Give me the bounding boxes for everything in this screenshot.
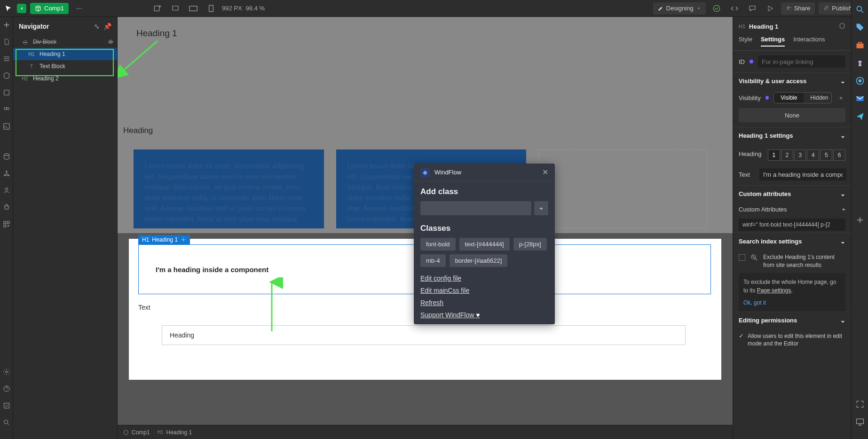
add-condition-button[interactable]: +	[836, 94, 845, 102]
nav-item-heading-1[interactable]: H1 Heading 1	[13, 48, 117, 60]
selection-badge[interactable]: H1 Heading 1	[138, 235, 190, 244]
mode-dropdown[interactable]: Designing	[653, 2, 706, 15]
play-icon[interactable]	[763, 1, 777, 16]
gear-icon[interactable]: ⚙	[108, 39, 113, 45]
heading-level-3[interactable]: 3	[794, 149, 806, 161]
custom-attributes-header[interactable]: Custom attributes ⌄	[733, 185, 851, 202]
class-chip[interactable]: mb-4	[420, 254, 446, 267]
search-icon[interactable]	[2, 418, 11, 427]
heading-level-2[interactable]: 2	[781, 149, 793, 161]
tab-interactions[interactable]: Interactions	[793, 36, 825, 47]
refresh-link[interactable]: Refresh	[420, 299, 548, 306]
send-icon[interactable]	[854, 111, 866, 122]
tag-icon[interactable]	[854, 22, 866, 33]
check-circle-icon[interactable]	[710, 1, 724, 16]
desktop-icon[interactable]	[168, 1, 182, 16]
scan-icon[interactable]	[854, 399, 866, 410]
crumb-heading[interactable]: H1 Heading 1	[158, 429, 192, 436]
magnifier-icon[interactable]	[854, 4, 866, 15]
add-attribute-button[interactable]: +	[842, 206, 845, 213]
add-class-input[interactable]	[420, 201, 531, 215]
apps-icon[interactable]	[2, 220, 11, 228]
none-button[interactable]: None	[739, 108, 845, 122]
tab-settings[interactable]: Settings	[761, 36, 785, 47]
share-button[interactable]: Share	[781, 2, 815, 15]
tablet-landscape-icon[interactable]	[186, 1, 200, 16]
navigator-icon[interactable]	[2, 55, 11, 63]
permission-checkmark-icon[interactable]: ✓	[739, 332, 744, 339]
collapse-icon[interactable]: ⤡	[94, 23, 100, 30]
support-link[interactable]: Support WindFlow ♥	[420, 311, 548, 319]
component-chip[interactable]: Comp1	[30, 3, 69, 14]
mail-icon[interactable]	[854, 93, 866, 104]
add-class-button[interactable]: +	[534, 201, 548, 215]
permission-text: Allow users to edit this element in edit…	[748, 332, 845, 348]
heading-level-4[interactable]: 4	[807, 149, 819, 161]
nav-item-heading-2[interactable]: H2 Heading 2	[13, 72, 117, 85]
mobile-icon[interactable]	[204, 1, 218, 16]
users-icon[interactable]	[2, 186, 11, 195]
page-settings-link[interactable]: Page settings	[757, 287, 791, 294]
inner-heading-box: Heading	[162, 325, 686, 345]
variables-icon[interactable]	[2, 88, 11, 97]
visibility-section-header[interactable]: Visibility & user access ⌄	[733, 72, 851, 89]
selected-element-header: H1 Heading 1	[733, 17, 851, 36]
components-icon[interactable]	[2, 71, 11, 80]
cms-icon[interactable]	[2, 152, 11, 161]
svg-rect-2	[189, 6, 197, 11]
class-chip[interactable]: font-bold	[420, 238, 456, 251]
svg-point-8	[7, 107, 9, 110]
heading-level-5[interactable]: 5	[820, 149, 832, 161]
svg-point-28	[858, 79, 861, 83]
windflow-header: ◆ WindFlow ✕	[414, 164, 555, 181]
ecommerce-icon[interactable]	[2, 203, 11, 212]
class-chip[interactable]: p-[28px]	[513, 238, 547, 251]
svg-rect-20	[4, 403, 9, 408]
chess-icon[interactable]	[854, 57, 866, 69]
briefcase-icon[interactable]	[854, 39, 866, 51]
back-button[interactable]	[17, 4, 26, 13]
heading-level-6[interactable]: 6	[833, 149, 845, 161]
edit-maincss-link[interactable]: Edit mainCss file	[420, 287, 548, 294]
close-icon[interactable]: ✕	[542, 168, 548, 177]
visible-option[interactable]: Visible	[774, 93, 804, 103]
attribute-value[interactable]: winf=" font-bold text-[#444444] p-[2	[739, 219, 845, 231]
plus-tray-icon[interactable]	[854, 214, 866, 226]
circle-icon[interactable]	[854, 75, 866, 86]
canvas-width[interactable]: 992 PX	[222, 5, 242, 12]
windflow-popup: ◆ WindFlow ✕ Add class + Classes font-bo…	[414, 164, 555, 324]
pages-icon[interactable]	[2, 38, 11, 46]
gear-icon[interactable]	[181, 237, 186, 243]
pin-icon[interactable]: 📌	[103, 23, 111, 30]
logic-icon[interactable]	[2, 169, 11, 178]
audit-icon[interactable]	[2, 401, 11, 410]
settings-icon[interactable]	[2, 368, 11, 376]
nav-item-div-block[interactable]: ▢ Div Block ⚙	[13, 36, 117, 48]
heading-level-1[interactable]: 1	[768, 149, 780, 161]
text-input[interactable]	[759, 168, 846, 180]
code-icon[interactable]	[727, 1, 742, 16]
id-input[interactable]	[758, 55, 845, 68]
monitor-icon[interactable]	[854, 416, 866, 428]
styles-icon[interactable]	[2, 105, 11, 114]
crumb-comp[interactable]: Comp1	[123, 429, 150, 436]
add-element-icon[interactable]	[2, 21, 11, 29]
zoom-level[interactable]: 98.4 %	[246, 5, 265, 12]
exclude-checkbox[interactable]	[739, 254, 745, 261]
ok-got-it-link[interactable]: Ok, got it	[743, 298, 766, 307]
tab-style[interactable]: Style	[739, 36, 752, 47]
add-frame-icon[interactable]	[150, 1, 165, 16]
help-icon[interactable]	[2, 384, 11, 393]
more-dots[interactable]: ⋯	[72, 5, 87, 12]
editing-permissions-header[interactable]: Editing permissions ⌄	[733, 312, 851, 329]
nav-item-text-block[interactable]: T Text Block	[13, 60, 117, 72]
edit-config-link[interactable]: Edit config file	[420, 274, 548, 282]
comment-icon[interactable]	[745, 1, 759, 16]
class-chip[interactable]: text-[#444444]	[459, 238, 510, 251]
search-index-header[interactable]: Search index settings ⌄	[733, 233, 851, 250]
assets-icon[interactable]	[2, 122, 11, 131]
cube-icon[interactable]	[839, 23, 845, 31]
class-chip[interactable]: border-[#aa6622]	[450, 254, 508, 267]
heading-settings-header[interactable]: Heading 1 settings ⌄	[733, 127, 851, 144]
hidden-option[interactable]: Hidden	[804, 93, 832, 103]
